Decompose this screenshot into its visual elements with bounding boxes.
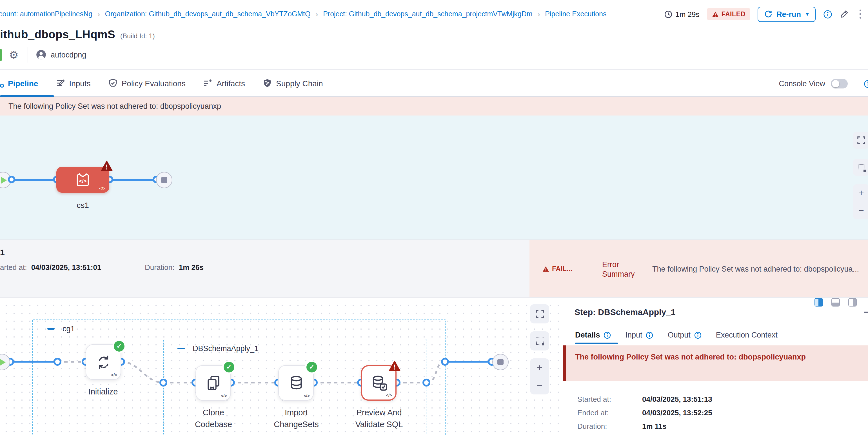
supply-chain-icon bbox=[262, 78, 272, 88]
stage-node-label: cs1 bbox=[56, 200, 109, 210]
layout-float-view-icon[interactable] bbox=[848, 298, 857, 307]
rerun-button[interactable]: Re-run ▾ bbox=[758, 6, 815, 22]
breadcrumb-separator: › bbox=[538, 10, 540, 18]
canvas-select-button[interactable] bbox=[853, 159, 868, 176]
panel-tab-output[interactable]: Output bbox=[668, 331, 702, 339]
connector-ring bbox=[8, 176, 15, 183]
database-check-icon bbox=[370, 374, 388, 392]
zoom-in-icon[interactable]: + bbox=[537, 363, 542, 372]
stage-error-section: FAIL... Error Summary The following Poli… bbox=[529, 240, 868, 297]
panel-tab-execution-context[interactable]: Execution Context bbox=[716, 331, 778, 339]
graph-end-node bbox=[492, 354, 508, 370]
tab-policy-evaluations[interactable]: Policy Evaluations bbox=[108, 78, 186, 88]
top-bar: count: automationPipelinesNg › Organizat… bbox=[0, 0, 868, 28]
edge-line bbox=[109, 179, 157, 181]
policy-shield-icon bbox=[108, 78, 118, 88]
step-preview-validate-sql[interactable]: </> bbox=[361, 365, 397, 401]
title-row: ithub_dbops_LHqmS (Build Id: 1) bbox=[0, 28, 155, 45]
layout-bottom-view-icon[interactable] bbox=[831, 298, 840, 307]
stage-meta: arted at: 04/03/2025, 13:51:01 Duration:… bbox=[0, 263, 101, 272]
minimize-panel-icon[interactable] bbox=[864, 312, 868, 313]
duration-label: Duration: bbox=[145, 263, 175, 272]
pipeline-execution-page: count: automationPipelinesNg › Organizat… bbox=[0, 0, 868, 435]
marquee-select-icon bbox=[536, 337, 543, 345]
edge-line bbox=[11, 179, 56, 181]
tab-inputs[interactable]: Inputs bbox=[56, 78, 90, 88]
stop-icon bbox=[161, 177, 167, 183]
play-icon bbox=[0, 359, 6, 365]
rerun-refresh-icon bbox=[765, 10, 773, 18]
clone-codebase-icon bbox=[205, 374, 222, 391]
code-glyph: </> bbox=[111, 372, 117, 377]
step-preview-validate-sql-label: Preview AndValidate SQL bbox=[345, 407, 413, 431]
breadcrumb-project[interactable]: Project: Github_db_devops_aut_db_schema_… bbox=[323, 10, 532, 18]
console-info-icon[interactable] bbox=[864, 80, 868, 91]
execution-tabs: Pipeline Inputs Policy Evaluations Artif… bbox=[0, 69, 868, 97]
breadcrumb-separator: › bbox=[97, 10, 100, 18]
svg-text:</>: </> bbox=[79, 178, 87, 184]
trigger-user: autocdpng bbox=[36, 50, 86, 60]
canvas-zoom-controls: + − bbox=[853, 184, 868, 219]
zoom-in-icon[interactable]: + bbox=[859, 188, 864, 198]
success-badge-icon: ✓ bbox=[224, 362, 234, 372]
step-graph-canvas: cg1 DBSchemaApply_1 bbox=[0, 298, 563, 435]
stage-node-cs1[interactable]: </> </> bbox=[56, 167, 109, 193]
failed-badge-icon bbox=[389, 361, 401, 371]
tab-artifacts[interactable]: Artifacts bbox=[203, 78, 245, 88]
policy-violation-banner: The following Policy Set was not adhered… bbox=[0, 97, 868, 116]
meta-row: ⚙ autocdpng bbox=[0, 46, 86, 63]
step-import-changesets[interactable]: ✓ </> bbox=[278, 365, 314, 401]
page-title: ithub_dbops_LHqmS bbox=[0, 28, 115, 41]
stage-warning-badge-icon bbox=[101, 161, 113, 171]
sync-icon bbox=[95, 353, 112, 371]
stage-info-bar: 1 arted at: 04/03/2025, 13:51:01 Duratio… bbox=[0, 240, 868, 298]
zoom-out-icon[interactable]: − bbox=[537, 381, 542, 390]
panel-title: Step: DBSchemaApply_1 bbox=[575, 307, 675, 317]
status-badge: FAILED bbox=[707, 8, 750, 20]
artifacts-icon bbox=[203, 78, 213, 88]
breadcrumb-pipeline-executions[interactable]: Pipeline Executions bbox=[545, 10, 607, 18]
console-view-label: Console View bbox=[779, 80, 825, 88]
tab-pipeline[interactable]: Pipeline bbox=[8, 79, 38, 88]
started-at-value: 04/03/2025, 13:51:01 bbox=[31, 263, 101, 272]
gear-icon[interactable]: ⚙ bbox=[9, 48, 19, 61]
error-summary-text: The following Policy Set was not adhered… bbox=[652, 265, 859, 273]
stage-name: 1 bbox=[0, 247, 5, 257]
custom-stage-icon: </> bbox=[74, 171, 91, 188]
duration-value: 1m 26s bbox=[179, 263, 204, 272]
layout-right-view-icon[interactable] bbox=[814, 298, 823, 307]
graph-select-button[interactable] bbox=[530, 331, 549, 350]
caret-down-icon: ▾ bbox=[806, 11, 809, 17]
info-icon bbox=[694, 331, 702, 339]
step-initialize[interactable]: ✓ </> bbox=[86, 344, 121, 380]
step-clone-codebase-label: CloneCodebase bbox=[179, 407, 248, 431]
graph-zoom-controls: + − bbox=[530, 359, 549, 395]
step-clone-codebase[interactable]: ✓ </> bbox=[195, 365, 231, 401]
execution-detail-split: cg1 DBSchemaApply_1 bbox=[0, 298, 868, 435]
divider bbox=[28, 47, 28, 63]
step-error-message: The following Policy Set was not adhered… bbox=[563, 345, 868, 381]
breadcrumb: count: automationPipelinesNg › Organizat… bbox=[0, 10, 607, 18]
tab-supply-chain[interactable]: Supply Chain bbox=[262, 78, 323, 88]
tag-icon bbox=[0, 49, 2, 61]
inputs-icon bbox=[56, 78, 65, 88]
zoom-out-icon[interactable]: − bbox=[859, 206, 864, 215]
panel-tab-input[interactable]: Input bbox=[625, 331, 654, 339]
step-details-panel: Step: DBSchemaApply_1 Details Input Outp… bbox=[563, 298, 868, 435]
fullscreen-icon bbox=[535, 310, 544, 318]
fail-badge: FAIL... bbox=[542, 265, 572, 273]
panel-active-tab-underline bbox=[575, 343, 618, 344]
breadcrumb-organization[interactable]: Organization: Github_db_devops_aut_db_sc… bbox=[105, 10, 311, 18]
kebab-menu-icon[interactable] bbox=[856, 8, 865, 20]
success-badge-icon: ✓ bbox=[114, 341, 124, 352]
panel-tab-details[interactable]: Details bbox=[575, 331, 612, 339]
panel-tabs: Details Input Output Execution Context bbox=[575, 331, 778, 339]
graph-fullscreen-button[interactable] bbox=[530, 304, 549, 323]
step-import-changesets-label: ImportChangeSets bbox=[262, 407, 331, 431]
edit-pipeline-icon[interactable] bbox=[840, 9, 848, 19]
execution-info-icon[interactable] bbox=[823, 9, 832, 19]
canvas-fullscreen-button[interactable] bbox=[853, 132, 868, 149]
started-at-label: arted at: bbox=[0, 263, 27, 272]
console-view-toggle[interactable] bbox=[831, 79, 848, 89]
breadcrumb-account[interactable]: count: automationPipelinesNg bbox=[0, 10, 92, 18]
